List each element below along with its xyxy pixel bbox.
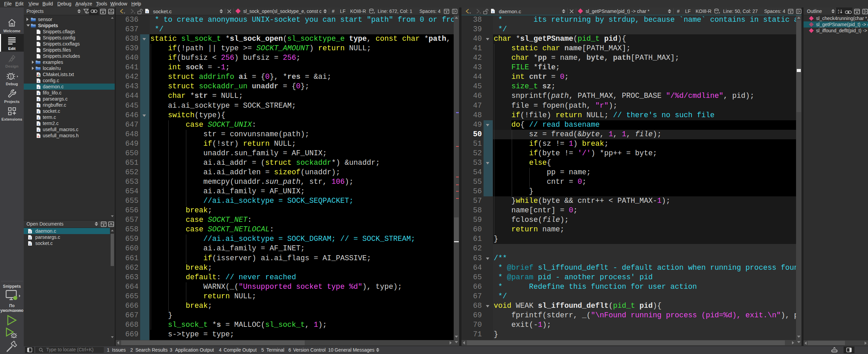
svg-text:c: c xyxy=(38,86,39,89)
svg-text:c: c xyxy=(29,243,31,246)
svg-text:c: c xyxy=(38,123,39,126)
svg-text:c: c xyxy=(38,110,39,113)
svg-text:h: h xyxy=(38,135,39,138)
svg-text:c: c xyxy=(38,92,39,95)
svg-text:c: c xyxy=(38,117,39,120)
svg-text:Z: Z xyxy=(838,12,839,14)
svg-text:c: c xyxy=(492,10,494,13)
svg-text:c: c xyxy=(38,98,39,101)
svg-text:c: c xyxy=(29,236,31,240)
svg-text:c: c xyxy=(146,10,148,13)
svg-text:c: c xyxy=(29,230,31,233)
svg-text:c: c xyxy=(38,104,39,107)
svg-text:c: c xyxy=(38,80,39,83)
svg-text:A: A xyxy=(838,9,839,12)
svg-text:c: c xyxy=(38,129,39,132)
